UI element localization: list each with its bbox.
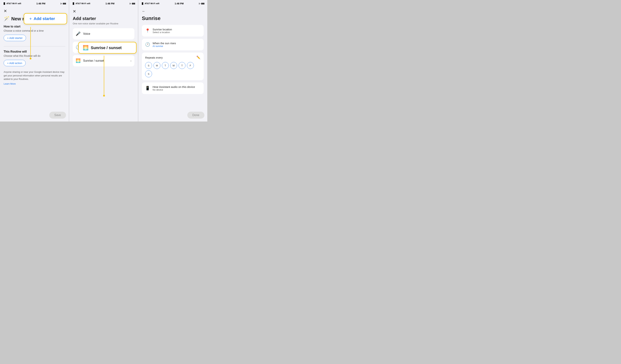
location-icon-2: ▷ <box>130 2 131 5</box>
panel2-header: ✕ <box>73 7 134 15</box>
panel3-title: Sunrise <box>142 16 204 21</box>
sun-clock-icon: 🕐 <box>145 42 150 47</box>
repeats-card: Repeats every ✏️ S M T W T F S <box>142 52 204 80</box>
day-circles: S M T W T F S <box>145 62 200 77</box>
status-right-3: ▷ ▮▮▮ <box>199 2 204 5</box>
status-bar-3: ▐▌ AT&T Wi-Fi wifi 1:48 PM ▷ ▮▮▮ <box>138 0 207 7</box>
when-sun-rises-card[interactable]: 🕐 When the sun rises At sunrise <box>142 39 204 50</box>
sunrise-arrow-icon: › <box>130 59 132 63</box>
starter-option-voice[interactable]: 🎤 Voice <box>73 28 134 39</box>
day-circle-mon[interactable]: M <box>154 62 160 69</box>
day-circle-fri[interactable]: F <box>187 62 194 69</box>
repeats-edit-icon[interactable]: ✏️ <box>196 55 200 59</box>
add-starter-popup[interactable]: + Add starter <box>24 13 67 24</box>
day-circle-tue[interactable]: T <box>162 62 169 69</box>
status-carrier-1: ▐▌ AT&T Wi-Fi wifi <box>3 2 21 4</box>
status-time-1: 1:48 PM <box>36 2 45 5</box>
close-button-2[interactable]: ✕ <box>73 9 76 14</box>
signal-icon-1: ▐▌ <box>3 2 6 4</box>
save-button[interactable]: Save <box>49 112 66 119</box>
phone-panel-3: ▐▌ AT&T Wi-Fi wifi 1:48 PM ▷ ▮▮▮ ← Sunri… <box>138 0 207 121</box>
panel2-subtitle: One non-voice starter available per Rout… <box>73 22 134 25</box>
when-sun-rises-title: When the sun rises <box>153 42 200 45</box>
phone-panel-2: ▐▌ AT&T Wi-Fi wifi 1:48 PM ▷ ▮▮▮ ✕ Add s… <box>69 0 138 121</box>
status-right-1: ▷ ▮▮▮ <box>61 2 66 5</box>
status-carrier-3: ▐▌ AT&T Wi-Fi wifi <box>141 2 159 4</box>
status-right-2: ▷ ▮▮▮ <box>130 2 135 5</box>
popup-add-starter-label: Add starter <box>34 16 55 21</box>
status-bar-1: ▐▌ AT&T Wi-Fi wifi 1:48 PM ▷ ▮▮▮ <box>0 0 69 7</box>
hear-assistant-text: Hear Assistant audio on this device No d… <box>153 85 200 91</box>
repeats-title: Repeats every <box>145 56 163 59</box>
battery-icon-3: ▮▮▮ <box>201 2 204 5</box>
panel2-content: ✕ Add starter One non-voice starter avai… <box>69 7 138 121</box>
starter-option-sunrise[interactable]: 🌅 Sunrise / sunset › <box>73 55 134 66</box>
status-bar-2: ▐▌ AT&T Wi-Fi wifi 1:48 PM ▷ ▮▮▮ <box>69 0 138 7</box>
status-time-2: 1:48 PM <box>105 2 114 5</box>
signal-icon-3: ▐▌ <box>141 2 144 4</box>
day-circle-sun[interactable]: S <box>145 62 152 69</box>
phone-panel-1: ▐▌ AT&T Wi-Fi wifi 1:48 PM ▷ ▮▮▮ ✕ 🪄 New… <box>0 0 69 121</box>
day-circle-sat[interactable]: S <box>145 70 152 77</box>
sunrise-location-text: Sunrise location Select a location <box>153 28 200 34</box>
popup-plus-icon: + <box>29 16 32 21</box>
hear-assistant-card[interactable]: 📱 Hear Assistant audio on this device No… <box>142 82 204 94</box>
sunrise-icon: 🌅 <box>76 58 81 63</box>
location-pin-icon: 📍 <box>145 28 150 33</box>
learn-more-link[interactable]: Learn More <box>4 82 16 85</box>
popup-sunrise-icon: 🌅 <box>83 45 88 51</box>
hear-assistant-title: Hear Assistant audio on this device <box>153 85 200 88</box>
routine-will-label: This Routine will <box>4 50 65 53</box>
signal-icon-2: ▐▌ <box>72 2 75 4</box>
how-to-start-desc: Choose a voice command or a time <box>4 29 65 32</box>
back-button[interactable]: ← <box>142 9 145 13</box>
location-icon-1: ▷ <box>61 2 62 5</box>
sunrise-option-label: Sunrise / sunset <box>83 59 104 62</box>
when-sun-rises-subtitle: At sunrise <box>153 45 200 48</box>
add-starter-button[interactable]: + Add starter <box>4 35 26 41</box>
add-action-button[interactable]: + Add action <box>4 60 26 66</box>
close-button-1[interactable]: ✕ <box>4 7 7 15</box>
mic-icon: 🎤 <box>76 32 81 36</box>
sunrise-location-subtitle: Select a location <box>153 31 200 34</box>
day-circle-thu[interactable]: T <box>179 62 186 69</box>
when-sun-rises-text: When the sun rises At sunrise <box>153 42 200 48</box>
panel2-title: Add starter <box>73 16 134 21</box>
repeats-header: Repeats every ✏️ <box>145 55 200 59</box>
done-button[interactable]: Done <box>187 112 204 119</box>
wifi-icon-3: wifi <box>156 2 159 4</box>
sunrise-popup-balloon[interactable]: 🌅 Sunrise / sunset <box>78 42 137 54</box>
panel3-content: ← Sunrise 📍 Sunrise location Select a lo… <box>138 7 207 121</box>
hear-assistant-subtitle: No device <box>153 88 200 91</box>
status-carrier-2: ▐▌ AT&T Wi-Fi wifi <box>72 2 90 4</box>
day-circle-wed[interactable]: W <box>170 62 177 69</box>
routine-will-desc: Choose what this Routine will do <box>4 54 65 57</box>
starter-option-sunrise-left: 🌅 Sunrise / sunset <box>76 58 104 63</box>
sunrise-location-card[interactable]: 📍 Sunrise location Select a location <box>142 25 204 36</box>
panel3-header: ← <box>142 7 204 15</box>
popup-sunrise-label: Sunrise / sunset <box>91 46 122 50</box>
sunrise-location-title: Sunrise location <box>153 28 200 31</box>
status-time-3: 1:48 PM <box>175 2 184 5</box>
wand-icon: 🪄 <box>4 16 9 22</box>
divider-1 <box>4 46 65 46</box>
location-icon-3: ▷ <box>199 2 200 5</box>
wifi-icon-1: wifi <box>18 2 21 4</box>
starter-option-voice-left: 🎤 Voice <box>76 32 90 36</box>
device-icon: 📱 <box>145 86 150 91</box>
battery-icon-2: ▮▮▮ <box>132 2 135 5</box>
voice-option-label: Voice <box>83 32 90 35</box>
privacy-text: Anyone sharing or near your Google Assis… <box>4 70 65 81</box>
battery-icon-1: ▮▮▮ <box>63 2 66 5</box>
how-to-start-label: How to start <box>4 25 65 28</box>
wifi-icon-2: wifi <box>87 2 90 4</box>
page-title-1: New r <box>11 16 24 22</box>
